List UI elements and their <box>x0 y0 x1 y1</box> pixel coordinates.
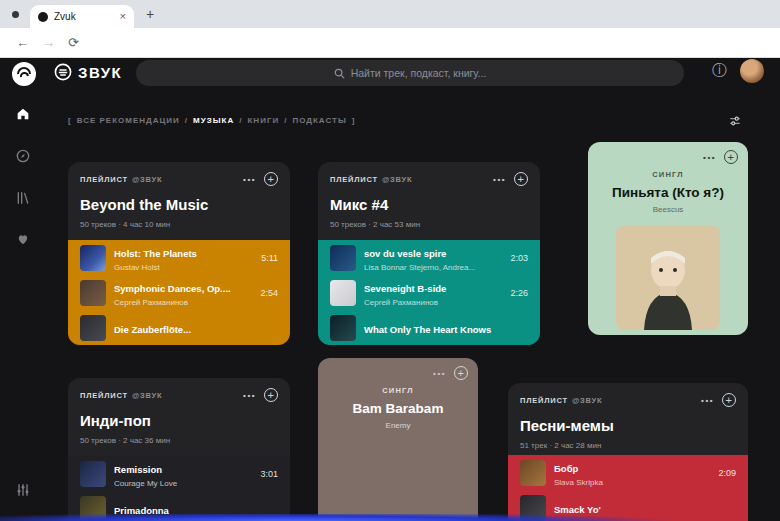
card-meta: 50 треков · 2 час 53 мин <box>330 220 528 229</box>
track-artist: Сергей Рахманинов <box>364 298 504 307</box>
track-artist: Gustav Holst <box>114 263 255 272</box>
playlist-card-pesni-memy[interactable]: ПЛЕЙЛИСТ @ЗВУК ••• + Песни-мемы 51 трек … <box>508 383 748 521</box>
add-icon[interactable]: + <box>724 150 738 164</box>
back-button[interactable]: ← <box>16 35 29 50</box>
album-art <box>330 245 356 271</box>
track-list: БобрSlava Skripka 2:09 Smack Yo' <box>508 455 748 521</box>
filter-button[interactable] <box>726 112 744 130</box>
more-icon[interactable]: ••• <box>701 396 714 405</box>
track-duration: 2:54 <box>260 288 278 298</box>
track-duration: 3:01 <box>260 469 278 479</box>
sidebar-item-favorites[interactable] <box>15 231 31 247</box>
sidebar-item-home[interactable] <box>15 106 31 122</box>
reload-button[interactable]: ⟳ <box>68 35 79 50</box>
album-art <box>80 245 106 271</box>
album-art <box>80 315 106 341</box>
card-title: Микс #4 <box>330 196 528 213</box>
track-artist: Lisa Bonnar Stejerno, Andrea... <box>364 263 504 272</box>
breadcrumb-bracket: ] <box>352 116 356 125</box>
card-owner-label: @ЗВУК <box>132 391 162 400</box>
card-head: ••• + СИНГЛ Bam Barabam Enemy <box>318 358 478 430</box>
tab-all-recommendations[interactable]: ВСЕ РЕКОМЕНДАЦИИ <box>77 116 180 125</box>
track-row[interactable]: БобрSlava Skripka 2:09 <box>508 455 748 490</box>
card-kind-label: СИНГЛ <box>328 386 468 395</box>
add-icon[interactable]: + <box>722 393 736 407</box>
equalizer-icon <box>15 482 31 498</box>
track-list: RemissionCourage My Love 3:01 Primadonna <box>68 456 290 521</box>
playlist-card-indie-pop[interactable]: ПЛЕЙЛИСТ @ЗВУК ••• + Инди-поп 50 треков … <box>68 378 290 521</box>
album-art <box>80 461 106 487</box>
brand-mark-icon[interactable] <box>12 62 36 86</box>
track-list: Holst: The PlanetsGustav Holst 5:11 Symp… <box>68 240 290 345</box>
add-icon[interactable]: + <box>264 388 278 402</box>
track-row[interactable]: Symphonic Dances, Op....Сергей Рахманино… <box>68 275 290 310</box>
track-title: Remission <box>114 464 162 475</box>
sidebar-item-equalizer[interactable] <box>15 482 31 498</box>
single-card-pinyata[interactable]: ••• + СИНГЛ Пиньята (Кто я?) Beescus <box>588 142 748 335</box>
track-row[interactable]: Die Zauberflöte... <box>68 310 290 345</box>
track-row[interactable]: sov du vesle spireLisa Bonnar Stejerno, … <box>318 240 540 275</box>
card-head: ПЛЕЙЛИСТ @ЗВУК ••• + Песни-мемы 51 трек … <box>508 383 748 455</box>
track-title: Die Zauberflöte... <box>114 324 191 335</box>
new-tab-button[interactable]: + <box>146 6 154 22</box>
more-icon[interactable]: ••• <box>243 391 256 400</box>
browser-tabstrip: Zvuk × + <box>0 0 780 28</box>
breadcrumb-separator: / <box>239 116 242 125</box>
more-icon[interactable]: ••• <box>703 153 716 162</box>
tab-close-icon[interactable]: × <box>120 11 126 22</box>
album-art <box>330 315 356 341</box>
zvuk-app: ЗВУК Найти трек, подкаст, книгу... ⓘ [ В… <box>0 58 780 521</box>
window-control[interactable] <box>12 11 19 18</box>
card-kind-label: СИНГЛ <box>598 170 738 179</box>
more-icon[interactable]: ••• <box>493 175 506 184</box>
track-duration: 5:11 <box>261 253 278 263</box>
playlist-card-mix-4[interactable]: ПЛЕЙЛИСТ @ЗВУК ••• + Микс #4 50 треков ·… <box>318 162 540 345</box>
zvuk-logo[interactable]: ЗВУК <box>54 63 122 81</box>
more-icon[interactable]: ••• <box>243 175 256 184</box>
track-title: Seveneight B-side <box>364 283 446 294</box>
search-input[interactable]: Найти трек, подкаст, книгу... <box>136 60 684 86</box>
track-artist: Сергей Рахманинов <box>114 298 254 307</box>
track-artist: Slava Skripka <box>554 478 712 487</box>
forward-button[interactable]: → <box>42 35 55 50</box>
single-card-bam-barabam[interactable]: ••• + СИНГЛ Bam Barabam Enemy <box>318 358 478 521</box>
track-title: Holst: The Planets <box>114 248 197 259</box>
track-row[interactable]: What Only The Heart Knows <box>318 310 540 345</box>
card-head: ПЛЕЙЛИСТ @ЗВУК ••• + Beyond the Music 50… <box>68 162 290 240</box>
card-kind-label: ПЛЕЙЛИСТ <box>330 175 378 184</box>
card-head: ПЛЕЙЛИСТ @ЗВУК ••• + Инди-поп 50 треков … <box>68 378 290 456</box>
track-duration: 2:09 <box>718 468 736 478</box>
add-icon[interactable]: + <box>264 172 278 186</box>
info-button[interactable]: ⓘ <box>712 61 727 80</box>
card-head: ПЛЕЙЛИСТ @ЗВУК ••• + Микс #4 50 треков ·… <box>318 162 540 240</box>
card-owner-label: @ЗВУК <box>382 175 412 184</box>
card-title: Песни-мемы <box>520 417 736 434</box>
tab-podcasts[interactable]: ПОДКАСТЫ <box>292 116 346 125</box>
card-title: Пиньята (Кто я?) <box>598 185 738 200</box>
add-icon[interactable]: + <box>454 366 468 380</box>
card-title: Bam Barabam <box>328 401 468 416</box>
track-row[interactable]: Holst: The PlanetsGustav Holst 5:11 <box>68 240 290 275</box>
player-glow <box>0 514 780 521</box>
track-row[interactable]: Seveneight B-sideСергей Рахманинов 2:26 <box>318 275 540 310</box>
user-avatar[interactable] <box>740 59 764 83</box>
album-art <box>520 460 546 486</box>
tab-music[interactable]: МУЗЫКА <box>193 116 234 125</box>
sidebar-item-library[interactable] <box>15 190 31 206</box>
card-kind-label: ПЛЕЙЛИСТ <box>520 396 568 405</box>
breadcrumb: [ ВСЕ РЕКОМЕНДАЦИИ / МУЗЫКА / КНИГИ / ПО… <box>68 116 355 125</box>
sliders-icon <box>728 114 742 128</box>
library-icon <box>15 190 31 206</box>
breadcrumb-separator: / <box>185 116 188 125</box>
track-title: What Only The Heart Knows <box>364 324 491 335</box>
tab-books[interactable]: КНИГИ <box>247 116 279 125</box>
track-row[interactable]: RemissionCourage My Love 3:01 <box>68 456 290 491</box>
card-meta: 50 треков · 4 час 10 мин <box>80 220 278 229</box>
card-title: Инди-поп <box>80 412 278 429</box>
add-icon[interactable]: + <box>514 172 528 186</box>
playlist-card-beyond-the-music[interactable]: ПЛЕЙЛИСТ @ЗВУК ••• + Beyond the Music 50… <box>68 162 290 345</box>
browser-tab[interactable]: Zvuk × <box>30 5 134 28</box>
more-icon[interactable]: ••• <box>433 369 446 378</box>
sidebar-item-explore[interactable] <box>15 148 31 164</box>
browser-toolbar: ← → ⟳ zvuk.com ☆ <box>0 28 780 58</box>
